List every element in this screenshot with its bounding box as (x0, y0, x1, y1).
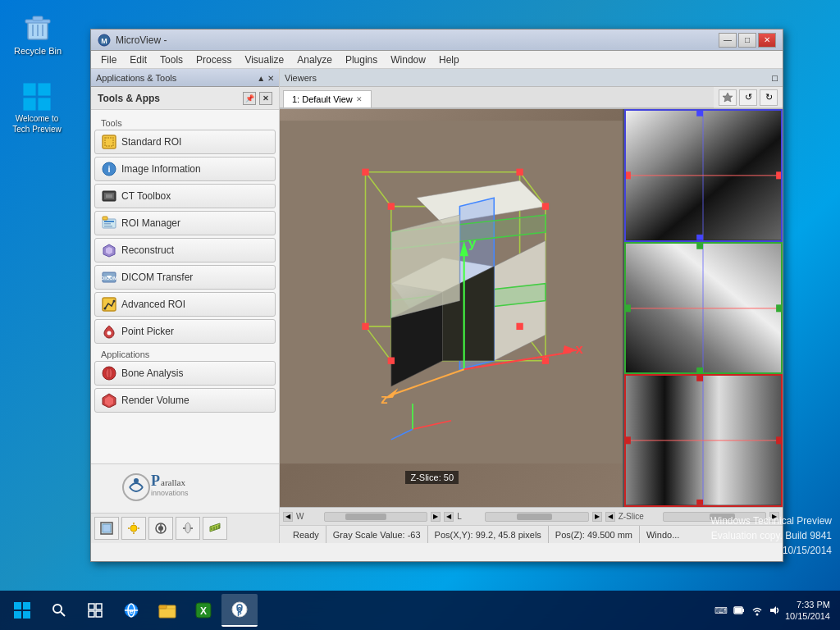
zslice-scroll-left[interactable]: ◀ (605, 512, 615, 522)
pos-z-status: Pos(Z): 49.500 mm (549, 526, 640, 543)
clock[interactable]: 7:33 PM 10/15/2014 (785, 599, 830, 623)
svg-rect-92 (388, 203, 395, 209)
svg-text:z: z (381, 391, 387, 407)
watermark-line1: Windows Technical Preview (710, 514, 832, 528)
recycle-bin-icon[interactable]: Recycle Bin (7, 7, 69, 59)
tab-close-button[interactable]: ✕ (356, 95, 363, 103)
menu-process[interactable]: Process (189, 52, 238, 67)
date: 10/15/2014 (785, 610, 830, 622)
pin-button[interactable]: 📌 (243, 92, 256, 105)
menu-help[interactable]: Help (432, 52, 466, 67)
menu-visualize[interactable]: Visualize (238, 52, 290, 67)
render-volume-button[interactable]: Render Volume (94, 388, 276, 413)
point-picker-button[interactable]: Point Picker (94, 319, 276, 344)
svg-rect-90 (516, 169, 523, 176)
svg-marker-76 (391, 215, 460, 317)
svg-rect-102 (626, 171, 631, 179)
svg-marker-59 (723, 93, 733, 102)
svg-point-51 (158, 526, 163, 531)
menu-window[interactable]: Window (384, 52, 432, 67)
toolbar-select-button[interactable] (94, 517, 119, 540)
dicom-transfer-button[interactable]: DICOM DICOM Transfer (94, 265, 276, 290)
menu-edit[interactable]: Edit (123, 52, 153, 67)
svg-text:P: P (151, 472, 160, 489)
wifi-icon[interactable] (751, 604, 764, 617)
image-information-button[interactable]: i Image Information (94, 157, 276, 181)
ie-button[interactable]: e (113, 594, 149, 627)
svg-text:P: P (237, 610, 242, 618)
pos-xy-status: Pos(X,Y): 99.2, 45.8 pixels (428, 526, 549, 543)
gray-scale-status: Gray Scale Value: -63 (326, 526, 428, 543)
minimize-button[interactable]: — (719, 33, 737, 48)
standard-roi-label: Standard ROI (121, 136, 181, 148)
panel-close-button[interactable]: ▲ ✕ (257, 73, 274, 83)
reconstruct-button[interactable]: Reconstruct (94, 238, 276, 262)
toolbar-brightness-button[interactable] (121, 517, 146, 540)
roi-manager-button[interactable]: ROI Manager (94, 211, 276, 235)
l-scroll-right[interactable]: ▶ (592, 512, 602, 522)
svg-point-122 (53, 605, 62, 613)
menu-analyze[interactable]: Analyze (290, 52, 339, 67)
viewer-refresh-button[interactable]: ↺ (739, 89, 757, 106)
bottom-slice-view[interactable] (624, 374, 783, 507)
slice-views-panel (623, 109, 783, 507)
svg-rect-125 (96, 604, 102, 609)
standard-roi-button[interactable]: Standard ROI (94, 130, 276, 154)
start-button[interactable] (3, 594, 41, 627)
default-view-tab[interactable]: 1: Default View ✕ (283, 90, 372, 107)
watermark-line3: 10/15/2014 (710, 543, 832, 558)
taskbar: e X P (0, 591, 840, 630)
svg-rect-110 (776, 304, 781, 312)
tab-toolbar-row: 1: Default View ✕ ↺ ↻ (280, 87, 783, 109)
w-scroll-left[interactable]: ◀ (283, 512, 293, 522)
main-area: Applications & Tools ▲ ✕ Tools & Apps 📌 … (91, 69, 783, 543)
top-slice-view[interactable] (624, 109, 783, 242)
ready-status: Ready (286, 526, 326, 543)
window-title: MicroView - (116, 34, 719, 46)
battery-icon[interactable] (733, 604, 746, 617)
watermark-line2: Evaluation copy. Build 9841 (710, 528, 832, 543)
svg-rect-96 (388, 358, 395, 364)
search-button[interactable] (41, 594, 77, 627)
title-bar: M MicroView - — □ ✕ (91, 30, 783, 51)
app-icon: M (98, 34, 111, 47)
middle-slice-view[interactable] (624, 242, 783, 375)
left-panel: Applications & Tools ▲ ✕ Tools & Apps 📌 … (91, 69, 280, 543)
menu-file[interactable]: File (94, 52, 123, 67)
main-3d-view[interactable]: y x z (280, 109, 623, 507)
task-view-button[interactable] (77, 594, 113, 627)
bone-analysis-button[interactable]: Bone Analysis (94, 361, 276, 386)
maximize-button[interactable]: □ (738, 33, 756, 48)
l-label: L (457, 512, 482, 521)
svg-rect-89 (362, 169, 368, 176)
notification-area: ⌨ (714, 604, 782, 617)
green-app-button[interactable]: X (185, 594, 221, 627)
close-panel-button[interactable]: ✕ (259, 92, 272, 105)
w-scrollbar[interactable] (324, 512, 427, 522)
viewer-settings-button[interactable] (719, 89, 737, 106)
viewer-reset-button[interactable]: ↻ (760, 89, 778, 106)
svg-point-45 (130, 525, 137, 532)
svg-text:X: X (200, 605, 207, 617)
close-button[interactable]: ✕ (758, 33, 776, 48)
w-scroll-right[interactable]: ▶ (431, 512, 441, 522)
keyboard-icon[interactable]: ⌨ (714, 604, 728, 617)
svg-rect-8 (23, 98, 35, 110)
welcome-icon[interactable]: Welcome toTech Preview (4, 82, 70, 135)
menu-plugins[interactable]: Plugins (339, 52, 384, 67)
svg-rect-121 (23, 611, 30, 619)
ct-toolbox-button[interactable]: CT Toolbox (94, 184, 276, 208)
toolbar-pan-button[interactable] (176, 517, 200, 540)
menu-tools[interactable]: Tools (153, 52, 189, 67)
parallax-app-button[interactable]: P (221, 594, 258, 627)
l-scrollbar[interactable] (485, 512, 588, 522)
speaker-icon[interactable] (769, 604, 782, 617)
advanced-roi-button[interactable]: Advanced ROI (94, 292, 276, 317)
toolbar-contrast-button[interactable] (148, 517, 173, 540)
toolbar-measure-button[interactable] (203, 517, 227, 540)
viewers-maximize-button[interactable]: □ (772, 73, 778, 83)
l-scroll-left[interactable]: ◀ (444, 512, 454, 522)
svg-rect-100 (696, 111, 703, 116)
svg-rect-9 (38, 98, 50, 110)
file-explorer-button[interactable] (149, 594, 185, 627)
